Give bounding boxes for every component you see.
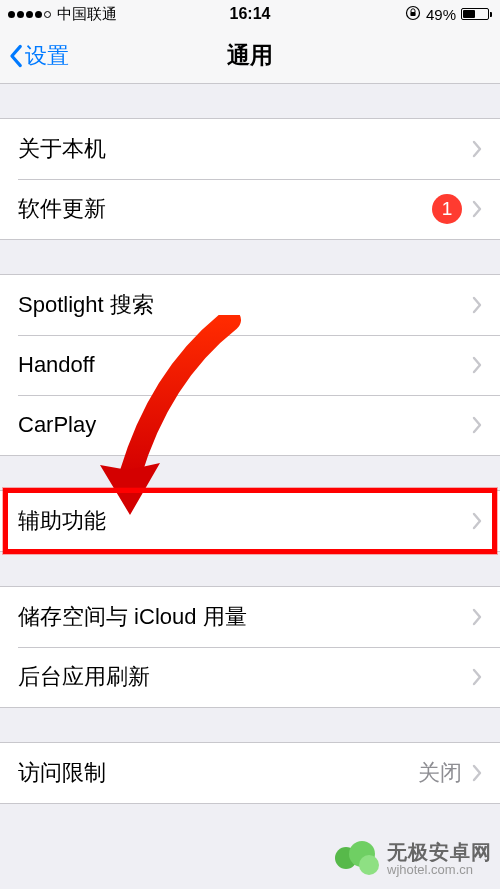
row-label: 关于本机 (18, 134, 472, 164)
status-bar: 中国联通 16:14 49% (0, 0, 500, 28)
settings-row-background-refresh[interactable]: 后台应用刷新 (0, 647, 500, 707)
chevron-right-icon (472, 416, 482, 434)
status-right: 49% (405, 5, 492, 24)
chevron-right-icon (472, 608, 482, 626)
settings-group: 辅助功能 (0, 490, 500, 552)
back-button[interactable]: 设置 (8, 41, 69, 71)
svg-rect-1 (410, 12, 415, 16)
carrier-label: 中国联通 (57, 5, 117, 24)
settings-row-handoff[interactable]: Handoff (0, 335, 500, 395)
watermark-logo-icon (335, 837, 379, 881)
row-label: Spotlight 搜索 (18, 290, 472, 320)
settings-row-software-update[interactable]: 软件更新1 (0, 179, 500, 239)
chevron-right-icon (472, 296, 482, 314)
row-label: 软件更新 (18, 194, 432, 224)
status-left: 中国联通 (8, 5, 117, 24)
orientation-lock-icon (405, 5, 421, 24)
settings-group: 关于本机软件更新1 (0, 118, 500, 240)
settings-group: 储存空间与 iCloud 用量后台应用刷新 (0, 586, 500, 708)
chevron-right-icon (472, 668, 482, 686)
settings-row-spotlight[interactable]: Spotlight 搜索 (0, 275, 500, 335)
row-value: 关闭 (418, 758, 462, 788)
chevron-right-icon (472, 140, 482, 158)
nav-title: 通用 (227, 40, 273, 71)
row-label: 储存空间与 iCloud 用量 (18, 602, 472, 632)
settings-row-storage-icloud[interactable]: 储存空间与 iCloud 用量 (0, 587, 500, 647)
settings-row-accessibility[interactable]: 辅助功能 (0, 491, 500, 551)
chevron-right-icon (472, 200, 482, 218)
row-label: 访问限制 (18, 758, 418, 788)
settings-group: 访问限制关闭 (0, 742, 500, 804)
chevron-right-icon (472, 764, 482, 782)
watermark-subtitle: wjhotel.com.cn (387, 863, 492, 877)
chevron-left-icon (8, 44, 23, 68)
battery-percent: 49% (426, 6, 456, 23)
row-label: 后台应用刷新 (18, 662, 472, 692)
chevron-right-icon (472, 356, 482, 374)
settings-row-restrictions[interactable]: 访问限制关闭 (0, 743, 500, 803)
status-time: 16:14 (230, 5, 271, 23)
settings-list: 关于本机软件更新1Spotlight 搜索HandoffCarPlay辅助功能储… (0, 84, 500, 804)
signal-strength-icon (8, 11, 51, 18)
watermark-title: 无极安卓网 (387, 841, 492, 863)
settings-row-carplay[interactable]: CarPlay (0, 395, 500, 455)
row-label: 辅助功能 (18, 506, 472, 536)
back-label: 设置 (25, 41, 69, 71)
badge: 1 (432, 194, 462, 224)
settings-group: Spotlight 搜索HandoffCarPlay (0, 274, 500, 456)
row-label: CarPlay (18, 412, 472, 438)
settings-row-about[interactable]: 关于本机 (0, 119, 500, 179)
row-label: Handoff (18, 352, 472, 378)
watermark: 无极安卓网 wjhotel.com.cn (335, 837, 492, 881)
chevron-right-icon (472, 512, 482, 530)
battery-icon (461, 8, 492, 20)
nav-bar: 设置 通用 (0, 28, 500, 84)
